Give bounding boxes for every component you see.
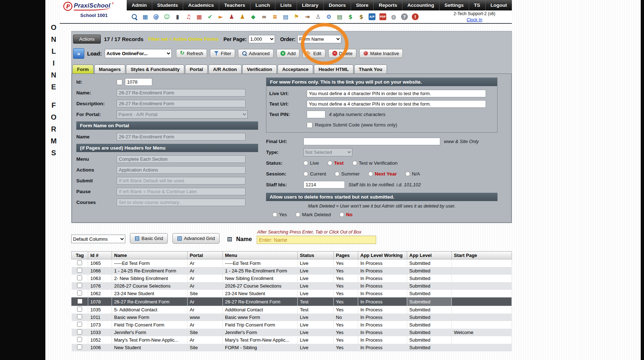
table-row[interactable]: 1006New StudentSiteFORM - SiblingLiveYes… — [72, 344, 512, 351]
row-tag-checkbox[interactable] — [77, 299, 82, 304]
student-red-icon[interactable]: ♟ — [228, 13, 235, 20]
table-row[interactable]: 10762026-27 Course SelectionsAr2026-27 C… — [72, 282, 512, 290]
clock-in-link[interactable]: Clock In — [467, 17, 482, 22]
make-inactive-button[interactable]: Make Inactive — [359, 49, 403, 58]
menu-input[interactable] — [117, 155, 246, 163]
description-input[interactable] — [117, 100, 246, 107]
tab-styles-functionality[interactable]: Styles & Functionality — [126, 65, 184, 74]
advanced-button[interactable]: Advanced — [238, 49, 274, 58]
table-row[interactable]: 1073Field Trip Consent FormArField Trip … — [72, 321, 512, 329]
chat-icon[interactable]: ☺ — [163, 13, 170, 20]
exit-icon[interactable]: ⇥ — [304, 13, 311, 20]
search-icon[interactable] — [131, 13, 138, 20]
nav-item-store[interactable]: Store — [351, 0, 373, 10]
table-row[interactable]: 10355- Additional ContactArAdditional Co… — [72, 306, 512, 314]
tab-verification[interactable]: Verification — [242, 65, 277, 74]
name-search-input[interactable] — [257, 236, 376, 244]
column-header-app-level[interactable]: App Level — [407, 252, 452, 259]
row-tag-checkbox[interactable] — [77, 345, 82, 350]
payroll-icon[interactable]: $ — [358, 13, 365, 20]
status-option-test-w-verification[interactable]: Test w Verification — [352, 160, 398, 166]
sync-gear-icon[interactable]: ⚙ — [325, 13, 332, 20]
row-tag-checkbox[interactable] — [77, 329, 82, 334]
table-row[interactable]: 106223-24 New StudentSite23-24 New Stude… — [72, 290, 512, 298]
session-option-current[interactable]: Current — [303, 171, 326, 177]
order-select[interactable]: Form Name — [297, 35, 341, 43]
filter-button[interactable]: Filter — [210, 49, 235, 58]
nav-item-donors[interactable]: Donors — [323, 0, 351, 10]
for-portal-select[interactable]: Parent - A/R Portal — [117, 110, 248, 119]
status-option-live[interactable]: Live — [303, 160, 319, 166]
session-option-summer[interactable]: Summer — [335, 171, 360, 177]
column-header-app-level-working[interactable]: App Level Working — [358, 252, 407, 259]
help-icon[interactable]: ? — [401, 13, 408, 20]
certificate-icon[interactable]: ◆ — [250, 13, 257, 20]
table-row[interactable]: 1065-----Ed Test FormAr-----Ed Test Form… — [72, 259, 512, 267]
session-radio-summer[interactable] — [335, 172, 339, 176]
announcement-icon[interactable]: ♫ — [185, 13, 192, 20]
column-header-status[interactable]: Status — [298, 252, 334, 259]
report-icon[interactable]: ▤ — [336, 13, 343, 20]
session-radio-current[interactable] — [303, 172, 308, 176]
add-button[interactable]: Add — [276, 49, 300, 58]
courses-input[interactable] — [117, 199, 246, 206]
advanced-grid-button[interactable]: Advanced Grid — [172, 233, 220, 244]
nav-item-students[interactable]: Students — [152, 0, 183, 10]
mobile-icon[interactable]: ▮ — [174, 13, 181, 20]
row-tag-checkbox[interactable] — [77, 322, 82, 327]
tab-portal[interactable]: Portal — [185, 65, 208, 74]
edit-button[interactable]: Edit — [302, 49, 325, 58]
pause-input[interactable] — [117, 188, 246, 195]
cash-icon[interactable]: $ — [347, 13, 354, 20]
row-tag-checkbox[interactable] — [77, 260, 82, 265]
delete-button[interactable]: Delete — [328, 49, 357, 58]
refresh-button[interactable]: Refresh — [176, 49, 207, 58]
nav-item-accounting[interactable]: Accounting — [402, 0, 439, 10]
load-filter-select[interactable]: Active OnlineFor... — [105, 49, 172, 58]
status-option-test[interactable]: Test — [328, 160, 344, 166]
expand-load-button[interactable]: » — [73, 48, 84, 59]
actions-button[interactable]: Actions — [73, 35, 101, 44]
basic-grid-button[interactable]: Basic Grid — [130, 233, 168, 244]
ap-icon[interactable]: A/P — [369, 13, 375, 20]
lunch-icon[interactable]: ≡ — [271, 13, 278, 20]
tab-a-r-action[interactable]: A/R Action — [208, 65, 242, 74]
nav-item-logout[interactable]: Logout — [485, 0, 512, 10]
test-pin-input[interactable] — [307, 111, 325, 118]
session-radio-n-a[interactable] — [405, 172, 410, 176]
column-header-portal[interactable]: Portal — [188, 252, 223, 259]
megaphone-icon[interactable]: ⚑ — [293, 13, 300, 20]
nav-item-reports[interactable]: Reports — [373, 0, 402, 10]
delete-option-yes[interactable]: Yes — [273, 212, 287, 217]
session-option-n-a[interactable]: N/A — [405, 171, 420, 177]
web-icon[interactable]: ◍ — [390, 13, 397, 20]
row-tag-checkbox[interactable] — [77, 290, 82, 295]
session-option-next-year[interactable]: Next Year — [368, 171, 397, 177]
row-tag-checkbox[interactable] — [77, 314, 82, 319]
test-url-input[interactable] — [307, 100, 486, 108]
delete-radio-no[interactable] — [339, 212, 344, 217]
nav-item-teachers[interactable]: Teachers — [219, 0, 250, 10]
column-header-id[interactable]: Id # — [88, 252, 112, 259]
id-checkbox[interactable] — [117, 79, 122, 85]
tab-acceptance[interactable]: Acceptance — [278, 65, 313, 74]
delete-radio-yes[interactable] — [273, 212, 277, 217]
nav-item-ts[interactable]: TS — [469, 0, 485, 10]
delete-radio-mark-deleted[interactable] — [296, 212, 300, 217]
row-tag-checkbox[interactable] — [77, 283, 82, 288]
status-radio-live[interactable] — [303, 161, 308, 165]
require-submit-code-checkbox[interactable] — [307, 122, 312, 128]
nav-item-academics[interactable]: Academics — [183, 0, 219, 10]
nav-item-lists[interactable]: Lists — [275, 0, 297, 10]
row-tag-checkbox[interactable] — [77, 337, 82, 342]
table-row[interactable]: 10632- New Sibling EnrollmentArNew Sibli… — [72, 275, 512, 282]
table-row[interactable]: 107826-27 Re-Enrollment FormAr26-27 Re-E… — [72, 298, 512, 306]
status-radio-test[interactable] — [328, 161, 332, 165]
column-header-tag[interactable]: Tag — [72, 252, 88, 259]
row-tag-checkbox[interactable] — [77, 268, 82, 273]
column-header-start-page[interactable]: Start Page — [452, 252, 512, 259]
family-icon[interactable]: ♙ — [315, 13, 321, 20]
nav-item-library[interactable]: Library — [297, 0, 323, 10]
column-header-menu[interactable]: Menu — [223, 252, 298, 259]
id-input[interactable] — [125, 78, 152, 86]
